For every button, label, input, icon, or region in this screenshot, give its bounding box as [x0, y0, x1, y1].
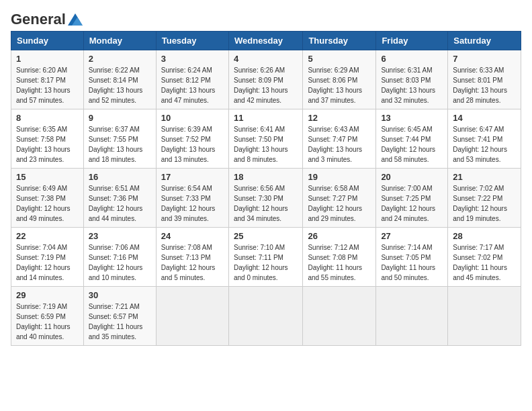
day-number: 10	[161, 113, 224, 123]
calendar-cell: 27Sunrise: 7:14 AMSunset: 7:05 PMDayligh…	[376, 228, 448, 287]
day-header-tuesday: Tuesday	[156, 32, 228, 50]
calendar-cell: 23Sunrise: 7:06 AMSunset: 7:16 PMDayligh…	[83, 228, 156, 287]
day-header-saturday: Saturday	[448, 32, 521, 50]
day-info: Sunrise: 6:29 AMSunset: 8:06 PMDaylight:…	[308, 65, 371, 105]
calendar-cell: 19Sunrise: 6:58 AMSunset: 7:27 PMDayligh…	[303, 169, 376, 228]
calendar-cell: 14Sunrise: 6:47 AMSunset: 7:41 PMDayligh…	[448, 109, 521, 169]
day-info: Sunrise: 7:02 AMSunset: 7:22 PMDaylight:…	[453, 183, 516, 224]
day-number: 4	[234, 54, 298, 64]
day-number: 17	[161, 172, 224, 182]
day-info: Sunrise: 6:54 AMSunset: 7:33 PMDaylight:…	[161, 183, 224, 224]
day-info: Sunrise: 7:04 AMSunset: 7:19 PMDaylight:…	[16, 242, 79, 283]
calendar-cell: 10Sunrise: 6:39 AMSunset: 7:52 PMDayligh…	[156, 109, 228, 169]
calendar-week-row: 1Sunrise: 6:20 AMSunset: 8:17 PMDaylight…	[11, 50, 521, 109]
day-info: Sunrise: 6:39 AMSunset: 7:52 PMDaylight:…	[161, 124, 224, 165]
day-number: 24	[161, 231, 224, 241]
calendar-week-row: 15Sunrise: 6:49 AMSunset: 7:38 PMDayligh…	[11, 169, 521, 228]
day-info: Sunrise: 6:47 AMSunset: 7:41 PMDaylight:…	[453, 124, 516, 165]
day-info: Sunrise: 6:33 AMSunset: 8:01 PMDaylight:…	[453, 65, 516, 105]
day-number: 30	[89, 290, 151, 300]
day-number: 15	[16, 172, 79, 182]
calendar-cell: 13Sunrise: 6:45 AMSunset: 7:44 PMDayligh…	[376, 109, 448, 169]
day-info: Sunrise: 6:41 AMSunset: 7:50 PMDaylight:…	[234, 124, 298, 165]
calendar-cell: 8Sunrise: 6:35 AMSunset: 7:58 PMDaylight…	[11, 109, 84, 169]
calendar-cell	[156, 287, 228, 346]
day-number: 22	[16, 231, 79, 241]
day-info: Sunrise: 7:21 AMSunset: 6:57 PMDaylight:…	[89, 302, 151, 342]
day-info: Sunrise: 6:22 AMSunset: 8:14 PMDaylight:…	[89, 65, 151, 105]
day-info: Sunrise: 6:35 AMSunset: 7:58 PMDaylight:…	[16, 124, 79, 165]
calendar-cell: 7Sunrise: 6:33 AMSunset: 8:01 PMDaylight…	[448, 50, 521, 109]
day-number: 9	[89, 113, 151, 123]
day-number: 28	[453, 231, 516, 241]
calendar-cell: 28Sunrise: 7:17 AMSunset: 7:02 PMDayligh…	[448, 228, 521, 287]
day-info: Sunrise: 7:14 AMSunset: 7:05 PMDaylight:…	[381, 242, 443, 283]
logo-triangle-icon	[66, 12, 84, 27]
day-number: 19	[308, 172, 371, 182]
calendar-cell: 25Sunrise: 7:10 AMSunset: 7:11 PMDayligh…	[228, 228, 302, 287]
day-number: 5	[308, 54, 371, 64]
calendar-cell: 21Sunrise: 7:02 AMSunset: 7:22 PMDayligh…	[448, 169, 521, 228]
day-number: 21	[453, 172, 516, 182]
calendar-cell	[376, 287, 448, 346]
day-info: Sunrise: 6:37 AMSunset: 7:55 PMDaylight:…	[89, 124, 151, 165]
calendar-cell: 15Sunrise: 6:49 AMSunset: 7:38 PMDayligh…	[11, 169, 84, 228]
day-number: 27	[381, 231, 443, 241]
logo: General	[11, 11, 84, 24]
day-number: 16	[89, 172, 151, 182]
day-info: Sunrise: 6:51 AMSunset: 7:36 PMDaylight:…	[89, 183, 151, 224]
day-header-thursday: Thursday	[303, 32, 376, 50]
day-number: 26	[308, 231, 371, 241]
calendar-cell: 29Sunrise: 7:19 AMSunset: 6:59 PMDayligh…	[11, 287, 84, 346]
day-number: 18	[234, 172, 298, 182]
day-number: 14	[453, 113, 516, 123]
day-info: Sunrise: 6:58 AMSunset: 7:27 PMDaylight:…	[308, 183, 371, 224]
calendar-cell: 18Sunrise: 6:56 AMSunset: 7:30 PMDayligh…	[228, 169, 302, 228]
day-info: Sunrise: 6:26 AMSunset: 8:09 PMDaylight:…	[234, 65, 298, 105]
day-info: Sunrise: 6:56 AMSunset: 7:30 PMDaylight:…	[234, 183, 298, 224]
day-info: Sunrise: 7:17 AMSunset: 7:02 PMDaylight:…	[453, 242, 516, 283]
calendar-cell: 1Sunrise: 6:20 AMSunset: 8:17 PMDaylight…	[11, 50, 84, 109]
day-number: 12	[308, 113, 371, 123]
day-info: Sunrise: 6:43 AMSunset: 7:47 PMDaylight:…	[308, 124, 371, 165]
day-number: 6	[381, 54, 443, 64]
calendar-cell: 5Sunrise: 6:29 AMSunset: 8:06 PMDaylight…	[303, 50, 376, 109]
calendar-cell: 20Sunrise: 7:00 AMSunset: 7:25 PMDayligh…	[376, 169, 448, 228]
day-info: Sunrise: 6:31 AMSunset: 8:03 PMDaylight:…	[381, 65, 443, 105]
day-number: 1	[16, 54, 79, 64]
calendar-cell: 4Sunrise: 6:26 AMSunset: 8:09 PMDaylight…	[228, 50, 302, 109]
day-info: Sunrise: 6:45 AMSunset: 7:44 PMDaylight:…	[381, 124, 443, 165]
logo-general-text: General	[11, 11, 66, 28]
day-number: 25	[234, 231, 298, 241]
calendar-cell: 17Sunrise: 6:54 AMSunset: 7:33 PMDayligh…	[156, 169, 228, 228]
day-info: Sunrise: 7:06 AMSunset: 7:16 PMDaylight:…	[89, 242, 151, 283]
calendar-cell: 2Sunrise: 6:22 AMSunset: 8:14 PMDaylight…	[83, 50, 156, 109]
calendar-cell: 30Sunrise: 7:21 AMSunset: 6:57 PMDayligh…	[83, 287, 156, 346]
day-info: Sunrise: 7:12 AMSunset: 7:08 PMDaylight:…	[308, 242, 371, 283]
day-header-sunday: Sunday	[11, 32, 84, 50]
day-info: Sunrise: 7:10 AMSunset: 7:11 PMDaylight:…	[234, 242, 298, 283]
day-header-friday: Friday	[376, 32, 448, 50]
calendar-cell: 9Sunrise: 6:37 AMSunset: 7:55 PMDaylight…	[83, 109, 156, 169]
calendar-cell: 3Sunrise: 6:24 AMSunset: 8:12 PMDaylight…	[156, 50, 228, 109]
day-number: 29	[16, 290, 79, 300]
day-number: 11	[234, 113, 298, 123]
day-number: 3	[161, 54, 224, 64]
calendar-cell: 16Sunrise: 6:51 AMSunset: 7:36 PMDayligh…	[83, 169, 156, 228]
calendar-cell: 11Sunrise: 6:41 AMSunset: 7:50 PMDayligh…	[228, 109, 302, 169]
day-info: Sunrise: 7:08 AMSunset: 7:13 PMDaylight:…	[161, 242, 224, 283]
day-number: 8	[16, 113, 79, 123]
day-number: 23	[89, 231, 151, 241]
day-number: 2	[89, 54, 151, 64]
day-info: Sunrise: 6:20 AMSunset: 8:17 PMDaylight:…	[16, 65, 79, 105]
calendar-week-row: 22Sunrise: 7:04 AMSunset: 7:19 PMDayligh…	[11, 228, 521, 287]
day-header-monday: Monday	[83, 32, 156, 50]
day-info: Sunrise: 7:00 AMSunset: 7:25 PMDaylight:…	[381, 183, 443, 224]
day-number: 13	[381, 113, 443, 123]
calendar-cell: 12Sunrise: 6:43 AMSunset: 7:47 PMDayligh…	[303, 109, 376, 169]
calendar-week-row: 29Sunrise: 7:19 AMSunset: 6:59 PMDayligh…	[11, 287, 521, 346]
calendar-cell	[228, 287, 302, 346]
day-info: Sunrise: 6:24 AMSunset: 8:12 PMDaylight:…	[161, 65, 224, 105]
calendar-header-row: SundayMondayTuesdayWednesdayThursdayFrid…	[11, 32, 521, 50]
header: General	[11, 11, 521, 24]
